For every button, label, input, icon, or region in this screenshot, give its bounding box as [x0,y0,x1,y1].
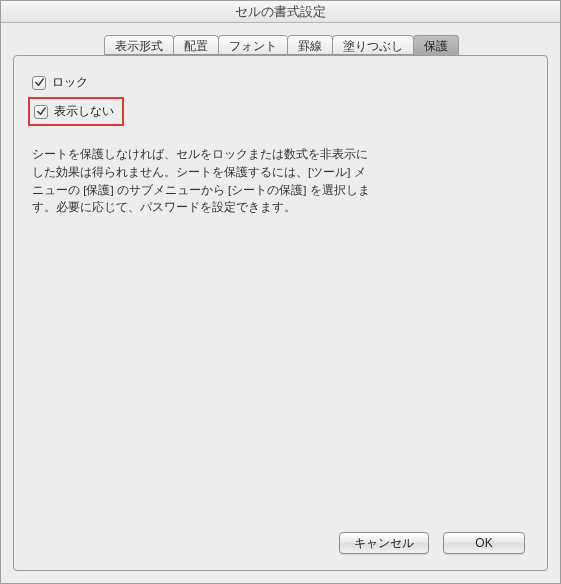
format-cells-dialog: セルの書式設定 表示形式 配置 フォント 罫線 塗りつぶし 保護 ロック [0,0,561,584]
tab-protection[interactable]: 保護 [413,35,459,55]
tab-font[interactable]: フォント [218,35,288,55]
lock-label: ロック [52,74,88,91]
tab-number-format[interactable]: 表示形式 [104,35,174,55]
hide-checkbox-row: 表示しない [32,97,529,126]
hide-checkbox[interactable] [34,105,48,119]
dialog-button-row: キャンセル OK [32,532,529,556]
tabstrip: 表示形式 配置 フォント 罫線 塗りつぶし 保護 [13,33,548,55]
tab-border[interactable]: 罫線 [287,35,333,55]
protection-panel: ロック 表示しない シートを保護しなければ、セルをロックまたは数式を非表示にした… [13,55,548,571]
tab-fill[interactable]: 塗りつぶし [332,35,414,55]
tab-alignment[interactable]: 配置 [173,35,219,55]
window-title: セルの書式設定 [1,1,560,23]
checkmark-icon [34,77,45,88]
dialog-content: 表示形式 配置 フォント 罫線 塗りつぶし 保護 ロック [1,23,560,583]
protection-description: シートを保護しなければ、セルをロックまたは数式を非表示にした効果は得られません。… [32,146,372,217]
ok-button[interactable]: OK [443,532,525,554]
cancel-button[interactable]: キャンセル [339,532,429,554]
lock-checkbox[interactable] [32,76,46,90]
checkmark-icon [36,106,47,117]
hide-label: 表示しない [54,103,114,120]
hide-highlight: 表示しない [28,97,124,126]
lock-checkbox-row: ロック [32,74,529,91]
